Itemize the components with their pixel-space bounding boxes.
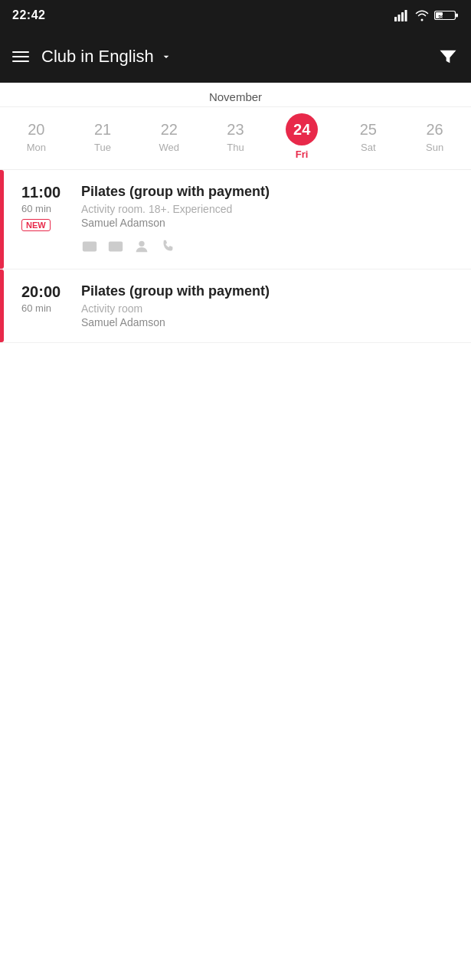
battery-icon: 38 bbox=[434, 9, 459, 21]
svg-rect-8 bbox=[83, 242, 96, 252]
cal-day-number: 20 bbox=[28, 121, 44, 139]
event-details: Pilates (group with payment)Activity roo… bbox=[81, 184, 459, 255]
calendar-strip: 20Mon21Tue22Wed23Thu24Fri25Sat26Sun bbox=[0, 107, 471, 170]
svg-rect-5 bbox=[456, 14, 458, 18]
status-icons: 38 bbox=[394, 9, 459, 21]
cal-day-name: Thu bbox=[227, 142, 244, 153]
wifi-icon bbox=[414, 9, 430, 21]
svg-rect-2 bbox=[401, 12, 404, 21]
signal-icon bbox=[394, 9, 410, 21]
month-label: November bbox=[0, 83, 471, 107]
time-value: 20:00 bbox=[21, 283, 81, 301]
svg-rect-1 bbox=[398, 15, 401, 21]
cal-day-name: Fri bbox=[296, 149, 309, 160]
app-header: Club in English bbox=[0, 31, 471, 83]
schedule-item[interactable]: 20:0060 minPilates (group with payment)A… bbox=[0, 270, 471, 343]
cal-day-number: 26 bbox=[426, 121, 443, 139]
new-badge: NEW bbox=[21, 219, 51, 231]
status-bar: 22:42 38 bbox=[0, 0, 471, 31]
cal-day-name: Wed bbox=[159, 142, 180, 153]
person-icon[interactable] bbox=[133, 238, 150, 255]
event-subtitle: Activity room. 18+. Experienced bbox=[81, 203, 459, 215]
event-details: Pilates (group with payment)Activity roo… bbox=[81, 283, 459, 328]
payment-icon[interactable] bbox=[107, 238, 124, 255]
phone-icon[interactable] bbox=[159, 238, 176, 255]
card-icon[interactable] bbox=[81, 238, 98, 255]
event-instructor: Samuel Adamson bbox=[81, 217, 459, 229]
svg-rect-11 bbox=[109, 242, 123, 252]
event-action-icons bbox=[81, 238, 459, 255]
header-left: Club in English bbox=[12, 47, 172, 67]
chevron-down-icon bbox=[160, 51, 172, 63]
cal-day-name: Tue bbox=[94, 142, 111, 153]
svg-rect-3 bbox=[405, 10, 407, 21]
cal-day-number: 21 bbox=[94, 121, 111, 139]
time-block: 11:0060 minNEW bbox=[12, 184, 81, 231]
cal-day-number: 24 bbox=[286, 113, 318, 145]
schedule-list: 11:0060 minNEWPilates (group with paymen… bbox=[0, 170, 471, 343]
event-title: Pilates (group with payment) bbox=[81, 184, 459, 200]
event-title: Pilates (group with payment) bbox=[81, 283, 459, 299]
cal-day-22[interactable]: 22Wed bbox=[142, 121, 196, 153]
title-wrapper[interactable]: Club in English bbox=[41, 47, 172, 67]
svg-rect-13 bbox=[111, 247, 114, 250]
schedule-item[interactable]: 11:0060 minNEWPilates (group with paymen… bbox=[0, 170, 471, 270]
svg-point-14 bbox=[139, 241, 144, 247]
cal-day-number: 22 bbox=[161, 121, 178, 139]
menu-button[interactable] bbox=[12, 51, 29, 62]
svg-text:38: 38 bbox=[438, 15, 444, 20]
cal-day-26[interactable]: 26Sun bbox=[408, 121, 462, 153]
cal-day-21[interactable]: 21Tue bbox=[76, 121, 129, 153]
filter-icon[interactable] bbox=[437, 46, 459, 67]
cal-day-name: Sun bbox=[426, 142, 443, 153]
event-instructor: Samuel Adamson bbox=[81, 316, 459, 328]
time-duration: 60 min bbox=[21, 302, 81, 314]
cal-day-25[interactable]: 25Sat bbox=[342, 121, 395, 153]
cal-day-number: 25 bbox=[360, 121, 377, 139]
cal-day-20[interactable]: 20Mon bbox=[9, 121, 63, 153]
time-value: 11:00 bbox=[21, 184, 81, 201]
event-subtitle: Activity room bbox=[81, 302, 459, 315]
time-duration: 60 min bbox=[21, 203, 81, 214]
cal-day-name: Mon bbox=[27, 142, 46, 153]
cal-day-number: 23 bbox=[227, 121, 244, 139]
cal-day-24[interactable]: 24Fri bbox=[275, 113, 329, 160]
header-title: Club in English bbox=[41, 47, 154, 67]
svg-rect-0 bbox=[394, 17, 397, 21]
cal-day-name: Sat bbox=[361, 142, 376, 153]
cal-day-23[interactable]: 23Thu bbox=[208, 121, 262, 153]
status-time: 22:42 bbox=[12, 8, 45, 22]
time-block: 20:0060 min bbox=[12, 283, 81, 314]
